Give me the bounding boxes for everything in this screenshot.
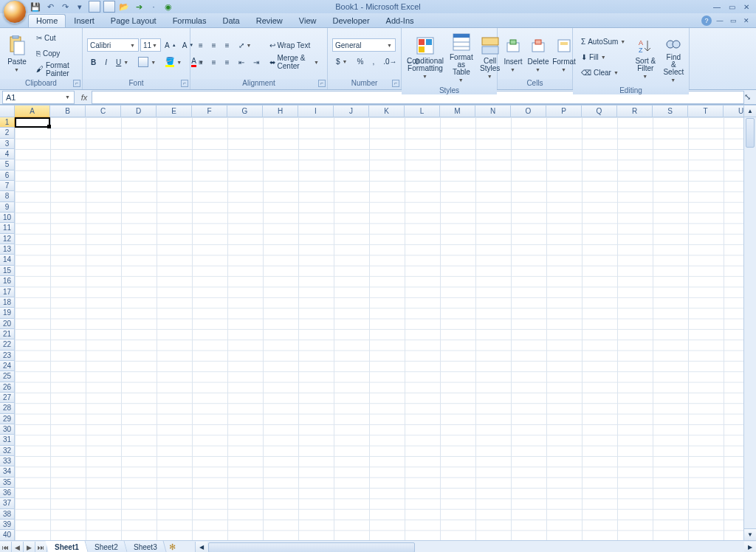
hscroll-thumb[interactable]: [208, 542, 415, 553]
save-icon[interactable]: 💾: [30, 1, 41, 13]
prev-sheet-button[interactable]: ◀: [12, 542, 24, 553]
row-header-24[interactable]: 24: [0, 361, 15, 371]
row-header-4[interactable]: 4: [0, 149, 15, 159]
scroll-down-button[interactable]: ▼: [744, 528, 756, 540]
row-header-12[interactable]: 12: [0, 234, 15, 244]
qat-custom-2[interactable]: [103, 1, 115, 13]
cut-button[interactable]: ✂Cut: [32, 31, 78, 46]
row-header-36[interactable]: 36: [0, 488, 15, 498]
cells-area[interactable]: [15, 117, 743, 540]
col-header-A[interactable]: A: [15, 106, 50, 117]
row-header-14[interactable]: 14: [0, 255, 15, 265]
row-header-13[interactable]: 13: [0, 244, 15, 255]
maximize-button[interactable]: ▭: [726, 2, 737, 11]
tab-insert[interactable]: Insert: [66, 14, 103, 27]
fill-color-button[interactable]: 🪣▼: [162, 55, 186, 69]
row-header-10[interactable]: 10: [0, 213, 15, 223]
row-header-6[interactable]: 6: [0, 170, 15, 181]
col-header-Q[interactable]: Q: [582, 106, 617, 117]
sheet-tab-3[interactable]: Sheet3: [124, 541, 167, 553]
doc-restore-icon[interactable]: ▭: [728, 15, 738, 26]
horizontal-scrollbar[interactable]: ◀ ▶: [195, 542, 756, 553]
col-header-L[interactable]: L: [405, 106, 440, 117]
increase-indent-button[interactable]: ⇥: [250, 55, 263, 69]
conditional-formatting-button[interactable]: Conditional Formatting▼: [406, 33, 444, 81]
qat-globe-icon[interactable]: ◉: [162, 1, 174, 13]
doc-close-icon[interactable]: ✕: [741, 15, 752, 26]
delete-cells-button[interactable]: Delete▼: [527, 33, 549, 75]
tab-page-layout[interactable]: Page Layout: [103, 14, 165, 27]
scroll-right-button[interactable]: ▶: [744, 542, 756, 553]
insert-cells-button[interactable]: Insert▼: [502, 33, 524, 75]
copy-button[interactable]: ⎘Copy: [32, 46, 78, 61]
wrap-text-button[interactable]: ↩Wrap Text: [266, 38, 323, 52]
row-header-38[interactable]: 38: [0, 509, 15, 520]
row-header-23[interactable]: 23: [0, 351, 15, 361]
row-header-25[interactable]: 25: [0, 371, 15, 382]
row-header-18[interactable]: 18: [0, 297, 15, 308]
comma-button[interactable]: ,: [368, 54, 378, 69]
sheet-tab-2[interactable]: Sheet2: [85, 541, 128, 553]
col-header-S[interactable]: S: [653, 106, 688, 117]
close-button[interactable]: ✕: [741, 2, 752, 11]
row-header-9[interactable]: 9: [0, 202, 15, 213]
row-header-2[interactable]: 2: [0, 128, 15, 138]
italic-button[interactable]: I: [101, 55, 111, 69]
row-header-26[interactable]: 26: [0, 382, 15, 393]
row-header-11[interactable]: 11: [0, 223, 15, 233]
row-header-34[interactable]: 34: [0, 466, 15, 477]
autosum-button[interactable]: ΣAutoSum▼: [577, 35, 630, 49]
new-sheet-button[interactable]: ✻: [165, 542, 180, 552]
paste-button[interactable]: Paste ▼: [4, 33, 30, 75]
alignment-dialog-launcher[interactable]: ⌐: [318, 80, 326, 87]
tab-formulas[interactable]: Formulas: [165, 14, 215, 27]
fx-icon[interactable]: fx: [77, 93, 92, 102]
col-header-K[interactable]: K: [369, 106, 405, 117]
align-top-button[interactable]: ≡: [195, 38, 207, 52]
col-header-F[interactable]: F: [192, 106, 227, 117]
col-header-D[interactable]: D: [121, 106, 157, 117]
name-box[interactable]: A1▼: [2, 91, 75, 104]
row-header-30[interactable]: 30: [0, 424, 15, 435]
row-header-3[interactable]: 3: [0, 139, 15, 149]
col-header-H[interactable]: H: [263, 106, 298, 117]
percent-button[interactable]: %: [354, 54, 368, 69]
row-header-35[interactable]: 35: [0, 477, 15, 488]
chevron-down-icon[interactable]: ▼: [65, 94, 71, 100]
row-header-29[interactable]: 29: [0, 414, 15, 424]
row-header-40[interactable]: 40: [0, 530, 15, 540]
align-right-button[interactable]: ≡: [221, 55, 233, 69]
row-header-7[interactable]: 7: [0, 181, 15, 191]
redo-icon[interactable]: ↷: [59, 1, 71, 13]
next-sheet-button[interactable]: ▶: [24, 542, 35, 553]
tab-add-ins[interactable]: Add-Ins: [378, 14, 422, 27]
row-header-16[interactable]: 16: [0, 276, 15, 286]
row-header-17[interactable]: 17: [0, 287, 15, 297]
col-header-E[interactable]: E: [157, 106, 192, 117]
row-header-8[interactable]: 8: [0, 191, 15, 201]
col-header-B[interactable]: B: [50, 106, 86, 117]
clear-button[interactable]: ⌫Clear▼: [577, 66, 630, 80]
tab-home[interactable]: Home: [28, 14, 66, 27]
first-sheet-button[interactable]: ⏮: [0, 542, 12, 553]
vertical-scrollbar[interactable]: ▲ ▼: [743, 106, 756, 540]
col-header-R[interactable]: R: [617, 106, 653, 117]
fill-button[interactable]: ⬇Fill▼: [577, 50, 630, 65]
find-select-button[interactable]: Find & Select▼: [661, 30, 686, 85]
tab-data[interactable]: Data: [214, 14, 247, 27]
row-header-33[interactable]: 33: [0, 456, 15, 466]
clipboard-dialog-launcher[interactable]: ⌐: [73, 80, 80, 87]
sort-filter-button[interactable]: AZSort & Filter▼: [633, 33, 658, 81]
qat-more-icon[interactable]: ▾: [74, 1, 86, 13]
row-header-22[interactable]: 22: [0, 339, 15, 350]
font-dialog-launcher[interactable]: ⌐: [181, 80, 188, 87]
col-header-G[interactable]: G: [227, 106, 263, 117]
scroll-up-button[interactable]: ▲: [744, 106, 756, 117]
number-format-combo[interactable]: General▼: [332, 38, 396, 52]
tab-view[interactable]: View: [291, 14, 325, 27]
row-header-21[interactable]: 21: [0, 329, 15, 339]
minimize-button[interactable]: —: [712, 2, 722, 11]
row-header-20[interactable]: 20: [0, 319, 15, 329]
vscroll-thumb[interactable]: [746, 118, 755, 148]
office-button[interactable]: [3, 0, 27, 24]
